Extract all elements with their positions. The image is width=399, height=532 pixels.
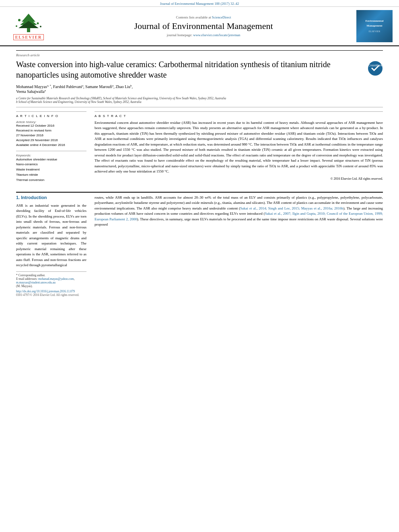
abstract-heading: A B S T R A C T [95, 114, 383, 118]
article-info-section: A R T I C L E I N F O Article history: R… [16, 111, 86, 183]
available-online-date: Available online 4 December 2016 [16, 143, 86, 147]
history-label: Article history: [16, 120, 86, 124]
article-info-column: A R T I C L E I N F O Article history: R… [16, 111, 86, 186]
keyword-5: Thermal conversion [16, 178, 86, 183]
homepage-link[interactable]: www.elsevier.com/locate/jenvman [193, 33, 240, 37]
email-2-link[interactable]: m.mayyas@student.unsw.edu.au [16, 281, 56, 284]
affiliation-a: a Centre for Sustainable Materials Resea… [16, 97, 383, 100]
introduction-section: 1. Introduction ASR is an industrial was… [16, 192, 383, 297]
abstract-text: Environmental concern about automotive s… [95, 120, 383, 175]
ref-sakai-2007[interactable]: Sakai et al., 2007; Ilgin and Gupta, 201… [95, 212, 383, 221]
article-info-abstract-columns: A R T I C L E I N F O Article history: R… [16, 111, 383, 186]
copyright-line: © 2016 Elsevier Ltd. All rights reserved… [95, 177, 383, 181]
svg-point-7 [40, 26, 41, 27]
keyword-2: Nano-ceramics [16, 162, 86, 167]
science-direct-link[interactable]: ScienceDirect [212, 15, 231, 19]
svg-text:CrossMark: CrossMark [368, 64, 382, 67]
article-title-text: Waste conversion into high-value ceramic… [16, 59, 364, 80]
elsevier-logo-area: ELSEVIER [6, 12, 51, 40]
homepage-line: journal homepage: www.elsevier.com/locat… [51, 33, 356, 37]
contents-line: Contents lists available at ScienceDirec… [51, 15, 356, 19]
keyword-4: Titanium nitride [16, 173, 86, 178]
affiliation-b: b School of Materials Science and Engine… [16, 100, 383, 104]
article-body: Research article Waste conversion into h… [0, 50, 399, 297]
abstract-column: A B S T R A C T Environmental concern ab… [95, 111, 383, 186]
accepted-date: Accepted 29 November 2016 [16, 138, 86, 142]
svg-point-4 [18, 19, 21, 21]
crossmark-badge: CrossMark [368, 61, 383, 76]
journal-header-center: Contents lists available at ScienceDirec… [51, 15, 356, 37]
received-revised-label: Received in revised form [16, 129, 86, 132]
keywords-list: Automotive shredder residue Nano-ceramic… [16, 157, 86, 183]
intro-paragraph-1: ASR is an industrial waste generated in … [16, 203, 86, 268]
keywords-label: Keywords: [16, 154, 86, 157]
doi-link: http://dx.doi.org/10.1016/j.jenvman.2016… [16, 290, 86, 293]
journal-thumbnail-label: Environmental Management ELSEVIER [366, 19, 384, 33]
intro-paragraph-2: routes, while ASR ends up in landfills. … [95, 195, 383, 228]
journal-thumbnail: Environmental Management ELSEVIER [356, 10, 393, 42]
keywords-section: Keywords: Automotive shredder residue Na… [16, 151, 86, 183]
issn-line: 0301-4797/© 2016 Elsevier Ltd. All right… [16, 293, 86, 297]
article-type-label: Research article [16, 50, 383, 57]
affiliations: a Centre for Sustainable Materials Resea… [16, 97, 383, 107]
corresponding-author-note: * Corresponding author. [16, 273, 86, 277]
svg-point-5 [37, 23, 39, 25]
ref-sakai-2014[interactable]: Sakai et al., 2014; Singh and Lee, 2015;… [240, 206, 343, 210]
bottom-bar: http://dx.doi.org/10.1016/j.jenvman.2016… [16, 290, 86, 297]
email-line: E-mail addresses: mohanad.mayas@yahoo.co… [16, 277, 86, 284]
authors-line: Mohannad Mayyasa, *, Farshid Pahlevania,… [16, 84, 383, 94]
journal-title: Journal of Environmental Management [51, 21, 356, 31]
received-revised-date: 27 November 2016 [16, 134, 86, 137]
journal-reference-text: Journal of Environmental Management 188 … [160, 2, 239, 6]
intro-left-column: 1. Introduction ASR is an industrial was… [16, 195, 86, 297]
intro-right-column: routes, while ASR ends up in landfills. … [95, 195, 383, 297]
email-1-link[interactable]: mohanad.mayas@yahoo.com [38, 277, 74, 281]
keyword-3: Waste treatment [16, 167, 86, 173]
article-title-area: Waste conversion into high-value ceramic… [16, 59, 383, 80]
elsevier-wordmark: ELSEVIER [13, 34, 44, 40]
svg-point-6 [16, 25, 17, 27]
intro-heading: 1. Introduction [16, 195, 86, 200]
keyword-1: Automotive shredder residue [16, 157, 86, 162]
abstract-section: A B S T R A C T Environmental concern ab… [95, 111, 383, 181]
footnote-area: * Corresponding author. E-mail addresses… [16, 271, 86, 288]
email-suffix-line: (M. Mayyas). [16, 284, 86, 288]
received-date: Received 12 October 2016 [16, 124, 86, 127]
journal-reference-bar: Journal of Environmental Management 188 … [0, 0, 399, 7]
article-info-heading: A R T I C L E I N F O [16, 114, 86, 118]
journal-header: ELSEVIER Contents lists available at Sci… [0, 7, 399, 46]
elsevier-tree-icon [10, 12, 47, 34]
